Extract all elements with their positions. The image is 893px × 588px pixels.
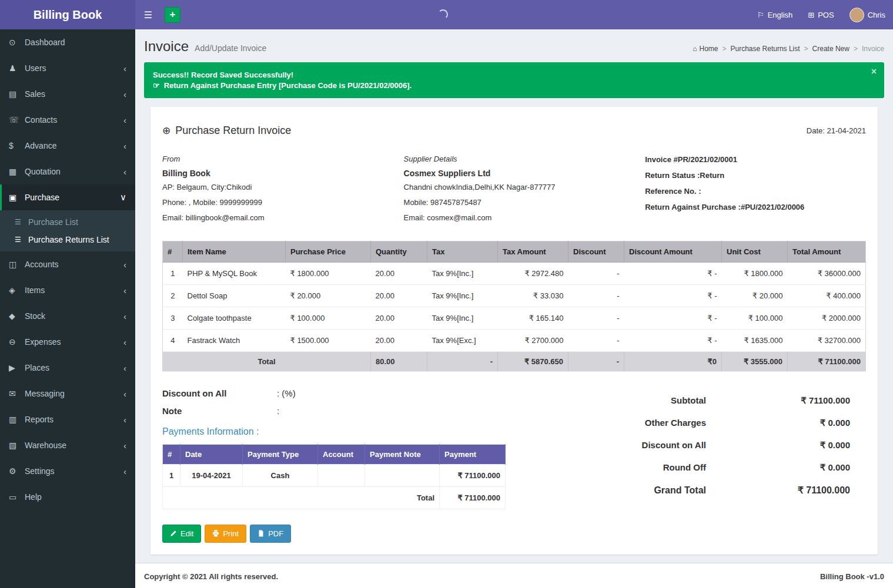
breadcrumb-separator: >	[854, 45, 858, 53]
from-address: AP: Belgaum, City:Chikodi	[162, 182, 404, 193]
summary-label: Round Off	[601, 462, 706, 472]
note-row: Note :	[162, 406, 601, 416]
sidebar-item-label: Settings	[25, 466, 55, 476]
payments-total-label: Total	[163, 486, 440, 509]
total-quantity: 80.00	[371, 351, 427, 371]
supplier-email: Email: cosmex@mail.com	[404, 213, 645, 224]
home-icon: ⌂	[693, 45, 697, 53]
sidebar-item-accounts[interactable]: ◫ Accounts ‹	[0, 251, 135, 277]
total-unit-cost: ₹ 3555.000	[722, 351, 788, 371]
print-button[interactable]: Print	[205, 525, 246, 543]
items-table-header: Unit Cost	[722, 241, 788, 262]
summary-row: Discount on All ₹ 0.000	[601, 440, 850, 451]
items-total-row: Total 80.00 - ₹ 5870.650 - ₹0 ₹ 3555.000…	[163, 351, 866, 371]
total-tax-amount: ₹ 5870.650	[498, 351, 568, 371]
item-index: 4	[163, 329, 183, 351]
book-icon: ▭	[9, 492, 25, 502]
supplier-heading: Supplier Details	[404, 154, 645, 163]
footer-copyright: Copyright © 2021 All rights reserved.	[144, 572, 278, 581]
items-table-header: Total Amount	[788, 241, 866, 262]
sidebar-subitem-purchase-returns-list[interactable]: ☰ Purchase Returns List	[0, 231, 135, 248]
main-footer: Copyright © 2021 All rights reserved. Bi…	[135, 563, 893, 588]
items-table-header: Tax Amount	[498, 241, 568, 262]
language-menu[interactable]: ⚐ English	[750, 0, 800, 29]
sidebar-item-stock[interactable]: ◆ Stock ‹	[0, 303, 135, 329]
breadcrumb-separator: >	[804, 45, 808, 53]
user-avatar	[849, 8, 864, 22]
pdf-button[interactable]: PDF	[250, 525, 291, 543]
payments-header-row: #DatePayment TypeAccountPayment NotePaym…	[163, 444, 506, 464]
from-phone: Phone: , Mobile: 9999999999	[162, 197, 404, 209]
chevron-left-icon: ‹	[123, 415, 126, 425]
payments-table-header: Account	[318, 444, 365, 464]
item-tax-amount: ₹ 33.030	[498, 284, 568, 307]
paper-plane-icon: ▶	[9, 363, 25, 372]
chevron-left-icon: ‹	[123, 389, 126, 399]
sidebar-toggle-button[interactable]: ☰	[135, 0, 161, 29]
envelope-icon: ✉	[9, 389, 25, 398]
invoice-lower-section: Discount on All : (%) Note : Payments In…	[162, 388, 866, 543]
item-unit-cost: ₹ 100.000	[722, 307, 788, 329]
breadcrumb-purchase-returns-list[interactable]: Purchase Returns List	[731, 45, 800, 53]
sidebar-menu-bottom: ◫ Accounts ‹ ◈ Items ‹ ◆ Stock ‹ ⊖ Expen…	[0, 251, 135, 510]
from-heading: From	[162, 154, 404, 163]
invoice-date: Date: 21-04-2021	[807, 126, 866, 135]
note-label: Note	[162, 406, 277, 416]
quick-add-button[interactable]: +	[165, 7, 180, 23]
sidebar-item-messaging[interactable]: ✉ Messaging ‹	[0, 381, 135, 406]
sidebar-item-sales[interactable]: ▤ Sales ‹	[0, 81, 135, 107]
sidebar-item-expenses[interactable]: ⊖ Expenses ‹	[0, 329, 135, 355]
item-unit-cost: ₹ 1800.000	[722, 262, 788, 284]
sidebar-item-label: Advance	[25, 141, 56, 150]
payments-table: #DatePayment TypeAccountPayment NotePaym…	[162, 444, 506, 509]
sidebar-item-help[interactable]: ▭ Help	[0, 484, 135, 510]
summary-label: Subtotal	[601, 395, 706, 405]
invoice-items-table: #Item NamePurchase PriceQuantityTaxTax A…	[162, 241, 866, 372]
sidebar-item-warehouse[interactable]: ▧ Warehouse ‹	[0, 432, 135, 458]
user-menu[interactable]: Chris	[842, 0, 893, 29]
item-index: 1	[163, 262, 183, 284]
sidebar-item-users[interactable]: ♟ Users ‹	[0, 55, 135, 81]
supplier-company: Cosmex Suppliers Ltd	[404, 169, 645, 178]
chevron-left-icon: ‹	[123, 141, 126, 151]
item-tax-amount: ₹ 2700.000	[498, 329, 568, 351]
sidebar-item-label: Users	[25, 63, 46, 73]
pos-button[interactable]: ⊞ POS	[800, 0, 841, 29]
item-total-amount: ₹ 32700.000	[788, 329, 866, 351]
sidebar-item-places[interactable]: ▶ Places ‹	[0, 355, 135, 381]
close-icon[interactable]: ×	[871, 66, 877, 77]
item-discount-amount: ₹ -	[624, 307, 722, 329]
chevron-left-icon: ‹	[123, 285, 126, 295]
discount-on-all-value: : (%)	[277, 388, 296, 398]
item-purchase-price: ₹ 1500.000	[286, 329, 371, 351]
sidebar-item-purchase[interactable]: ▣ Purchase ∨	[0, 184, 135, 210]
item-discount-amount: ₹ -	[624, 284, 722, 307]
payments-heading: Payments Information :	[162, 426, 601, 437]
breadcrumb-home[interactable]: ⌂ Home	[693, 45, 718, 53]
chevron-left-icon: ‹	[123, 89, 126, 99]
breadcrumb-create-new[interactable]: Create New	[812, 45, 849, 53]
sidebar-item-reports[interactable]: ▥ Reports ‹	[0, 406, 135, 432]
globe-icon: ⊕	[162, 125, 170, 137]
sidebar-item-dashboard[interactable]: ⊙ Dashboard	[0, 29, 135, 55]
content-wrapper: Invoice Add/Update Invoice ⌂ Home > Purc…	[135, 0, 893, 555]
app-logo[interactable]: Billing Book	[0, 0, 135, 29]
from-email: Email: billingbook@email.com	[162, 213, 404, 224]
sidebar-item-settings[interactable]: ⚙ Settings ‹	[0, 458, 135, 484]
sidebar-item-advance[interactable]: $ Advance ‹	[0, 133, 135, 159]
payments-table-header: Payment	[440, 444, 506, 464]
sidebar-item-items[interactable]: ◈ Items ‹	[0, 277, 135, 303]
action-buttons: Edit Print PDF	[162, 525, 601, 543]
summary-label: Grand Total	[601, 485, 706, 496]
invoice-number: Invoice #PR/2021/02/0001	[645, 154, 866, 166]
payment-index: 1	[163, 464, 180, 486]
edit-button[interactable]: Edit	[162, 525, 201, 543]
sidebar-item-contacts[interactable]: ☏ Contacts ‹	[0, 107, 135, 133]
sidebar-item-label: Expenses	[25, 337, 61, 347]
supplier-address: Chandni chowkIndia,Delhi,KK Nagar-877777	[404, 182, 645, 193]
supplier-details: Supplier Details Cosmex Suppliers Ltd Ch…	[404, 154, 645, 228]
summary-label: Discount on All	[601, 440, 706, 450]
sidebar-subitem-purchase-list[interactable]: ☰ Purchase List	[0, 213, 135, 231]
sidebar-item-quotation[interactable]: ▦ Quotation ‹	[0, 159, 135, 184]
sidebar-item-label: Items	[25, 285, 45, 295]
